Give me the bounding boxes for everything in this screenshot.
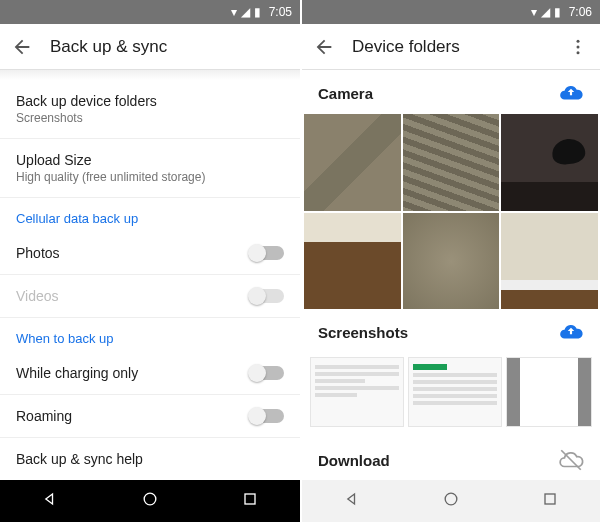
row-primary: Back up device folders bbox=[16, 93, 284, 109]
nav-bar bbox=[0, 480, 300, 522]
phone-right: ▾ ◢ ▮ 7:06 Device folders Camera Screens… bbox=[300, 0, 600, 522]
status-time: 7:05 bbox=[269, 5, 292, 19]
screenshots-grid bbox=[302, 353, 600, 437]
row-secondary: High quality (free unlimited storage) bbox=[16, 170, 284, 184]
svg-point-2 bbox=[577, 39, 580, 42]
section-cellular: Cellular data back up bbox=[0, 198, 300, 232]
folder-name: Camera bbox=[318, 85, 373, 102]
screenshot-thumb[interactable] bbox=[408, 357, 502, 427]
switch-off[interactable] bbox=[250, 366, 284, 380]
signal-icon: ◢ bbox=[241, 5, 250, 19]
row-primary: Upload Size bbox=[16, 152, 284, 168]
switch-off[interactable] bbox=[250, 409, 284, 423]
status-bar: ▾ ◢ ▮ 7:06 bbox=[302, 0, 600, 24]
camera-grid bbox=[302, 114, 600, 309]
photo-thumb[interactable] bbox=[304, 213, 401, 310]
scroll-shadow bbox=[0, 70, 300, 80]
cloud-on-icon[interactable] bbox=[558, 80, 584, 106]
status-time: 7:06 bbox=[569, 5, 592, 19]
nav-recent-icon[interactable] bbox=[240, 489, 260, 513]
svg-point-6 bbox=[445, 493, 457, 505]
back-icon[interactable] bbox=[312, 35, 336, 59]
cloud-on-icon[interactable] bbox=[558, 319, 584, 345]
app-bar: Back up & sync bbox=[0, 24, 300, 70]
toggle-label: While charging only bbox=[16, 365, 138, 381]
screenshot-thumb[interactable] bbox=[310, 357, 404, 427]
photo-thumb[interactable] bbox=[501, 213, 598, 310]
svg-point-0 bbox=[144, 493, 156, 505]
switch-off[interactable] bbox=[250, 246, 284, 260]
toggle-videos: Videos bbox=[0, 275, 300, 318]
photo-thumb[interactable] bbox=[403, 114, 500, 211]
battery-icon: ▮ bbox=[554, 5, 561, 19]
wifi-icon: ▾ bbox=[531, 5, 537, 19]
app-bar: Device folders bbox=[302, 24, 600, 70]
svg-point-3 bbox=[577, 45, 580, 48]
folder-name: Download bbox=[318, 452, 390, 469]
toggle-charging[interactable]: While charging only bbox=[0, 352, 300, 395]
nav-back-icon[interactable] bbox=[342, 489, 362, 513]
folders-list: Camera Screenshots Download bbox=[302, 70, 600, 480]
wifi-icon: ▾ bbox=[231, 5, 237, 19]
page-title: Device folders bbox=[352, 37, 550, 57]
nav-back-icon[interactable] bbox=[40, 489, 60, 513]
folder-header-screenshots[interactable]: Screenshots bbox=[302, 309, 600, 353]
row-help[interactable]: Back up & sync help bbox=[0, 438, 300, 480]
toggle-label: Videos bbox=[16, 288, 59, 304]
phone-left: ▾ ◢ ▮ 7:05 Back up & sync Back up device… bbox=[0, 0, 300, 522]
photo-thumb[interactable] bbox=[403, 213, 500, 310]
folder-name: Screenshots bbox=[318, 324, 408, 341]
row-backup-folders[interactable]: Back up device folders Screenshots bbox=[0, 80, 300, 139]
photo-thumb[interactable] bbox=[501, 114, 598, 211]
back-icon[interactable] bbox=[10, 35, 34, 59]
signal-icon: ◢ bbox=[541, 5, 550, 19]
nav-bar bbox=[302, 480, 600, 522]
row-upload-size[interactable]: Upload Size High quality (free unlimited… bbox=[0, 139, 300, 198]
overflow-icon[interactable] bbox=[566, 35, 590, 59]
cloud-off-icon[interactable] bbox=[558, 447, 584, 473]
svg-rect-7 bbox=[545, 494, 555, 504]
toggle-roaming[interactable]: Roaming bbox=[0, 395, 300, 438]
folder-header-camera[interactable]: Camera bbox=[302, 70, 600, 114]
nav-home-icon[interactable] bbox=[441, 489, 461, 513]
row-secondary: Screenshots bbox=[16, 111, 284, 125]
page-title: Back up & sync bbox=[50, 37, 290, 57]
screenshot-thumb[interactable] bbox=[506, 357, 592, 427]
folder-header-download[interactable]: Download bbox=[302, 437, 600, 480]
svg-rect-1 bbox=[245, 494, 255, 504]
svg-point-4 bbox=[577, 51, 580, 54]
status-bar: ▾ ◢ ▮ 7:05 bbox=[0, 0, 300, 24]
toggle-photos[interactable]: Photos bbox=[0, 232, 300, 275]
section-when: When to back up bbox=[0, 318, 300, 352]
switch-disabled bbox=[250, 289, 284, 303]
toggle-label: Photos bbox=[16, 245, 60, 261]
settings-list: Back up device folders Screenshots Uploa… bbox=[0, 70, 300, 480]
photo-thumb[interactable] bbox=[304, 114, 401, 211]
toggle-label: Roaming bbox=[16, 408, 72, 424]
row-primary: Back up & sync help bbox=[16, 451, 284, 467]
battery-icon: ▮ bbox=[254, 5, 261, 19]
nav-home-icon[interactable] bbox=[140, 489, 160, 513]
nav-recent-icon[interactable] bbox=[540, 489, 560, 513]
